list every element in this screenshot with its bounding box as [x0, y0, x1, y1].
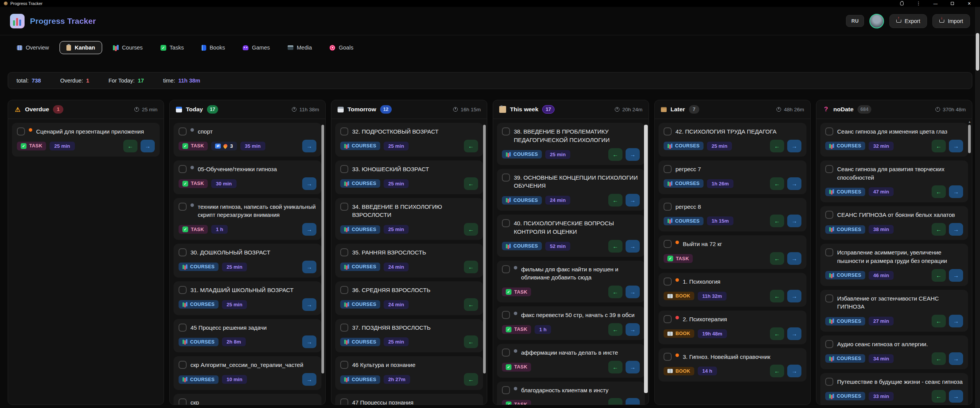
move-left-button[interactable]: ←	[608, 398, 622, 405]
task-card[interactable]: СЕАНС ГИПНОЗА от боязни белых халатов CO…	[820, 206, 968, 240]
move-left-button[interactable]: ←	[464, 177, 478, 190]
card-checkbox[interactable]	[502, 311, 510, 319]
move-right-button[interactable]: →	[302, 261, 316, 273]
move-right-button[interactable]: →	[626, 148, 640, 161]
column-scrollbar[interactable]	[483, 120, 486, 403]
tab-courses-books[interactable]: Courses	[106, 41, 150, 54]
card-checkbox[interactable]	[825, 165, 833, 173]
task-card[interactable]: 30. ДОШКОЛЬНЫЙ ВОЗРАСТ COURSES 25 min →	[174, 244, 321, 278]
move-left-button[interactable]: ←	[608, 240, 622, 253]
move-right-button[interactable]: →	[302, 140, 316, 152]
move-left-button[interactable]: ←	[770, 365, 784, 377]
column-scrollbar-thumb[interactable]	[483, 125, 486, 373]
task-card[interactable]: скр Алгоритм_сессии_по_терапии_частей CO…	[174, 356, 321, 390]
tab-overview[interactable]: Overview	[10, 41, 56, 54]
task-card[interactable]: 47 Процессы познания COURSES 2h 31m ←	[335, 394, 483, 405]
card-checkbox[interactable]	[502, 265, 510, 273]
card-checkbox[interactable]	[179, 286, 187, 294]
card-checkbox[interactable]	[664, 278, 672, 286]
task-card[interactable]: 34. ВВЕДЕНИЕ В ПСИХОЛОГИЮ ВЗРОСЛОСТИ COU…	[335, 198, 483, 240]
task-card[interactable]: 38. ВВЕДЕНИЕ В ПРОБЛЕМАТИКУ ПЕДАГОГИЧЕСК…	[497, 123, 645, 165]
card-checkbox[interactable]	[340, 127, 348, 135]
move-left-button[interactable]: ←	[464, 335, 478, 348]
card-checkbox[interactable]	[664, 353, 672, 361]
task-card[interactable]: Выйти на 72 кг TASK ←→	[659, 235, 806, 269]
move-right-button[interactable]: →	[787, 215, 801, 227]
move-right-button[interactable]: →	[626, 323, 640, 336]
card-checkbox[interactable]	[17, 127, 25, 135]
task-card[interactable]: регресс 8 COURSES 1h 15m ←→	[659, 198, 806, 232]
move-left-button[interactable]: ←	[770, 177, 784, 190]
move-left-button[interactable]: ←	[770, 327, 784, 340]
move-right-button[interactable]: →	[949, 185, 963, 198]
card-checkbox[interactable]	[825, 248, 833, 256]
move-right-button[interactable]: →	[141, 140, 155, 152]
move-left-button[interactable]: ←	[932, 315, 946, 327]
card-checkbox[interactable]	[664, 240, 672, 248]
card-checkbox[interactable]	[179, 165, 187, 173]
import-button[interactable]: Import	[932, 14, 970, 28]
move-right-button[interactable]: →	[787, 140, 801, 152]
task-card[interactable]: 39. ОСНОВНЫЕ КОНЦЕПЦИИ ПСИХОЛОГИИ ОБУЧЕН…	[497, 169, 645, 211]
card-checkbox[interactable]	[825, 211, 833, 219]
move-left-button[interactable]: ←	[770, 252, 784, 265]
move-right-button[interactable]: →	[787, 327, 801, 340]
card-checkbox[interactable]	[502, 127, 510, 135]
task-card[interactable]: Путешествие в будущие жизни - сеанс гипн…	[820, 373, 968, 405]
card-checkbox[interactable]	[340, 361, 348, 369]
task-card[interactable]: 35. РАННЯЯ ВЗРОСЛОСТЬ COURSES 24 min ←	[335, 244, 483, 278]
card-checkbox[interactable]	[825, 294, 833, 302]
move-right-button[interactable]: →	[787, 252, 801, 265]
task-card[interactable]: 40. ПСИХОЛОГИЧЕСКИЕ ВОПРОСЫ КОНТРОЛЯ И О…	[497, 215, 645, 257]
task-card[interactable]: 36. СРЕДНЯЯ ВЗРОСЛОСТЬ COURSES 24 min ←	[335, 281, 483, 315]
move-right-button[interactable]: →	[787, 365, 801, 377]
task-card[interactable]: Сценарий для презентации приложения TASK…	[12, 123, 160, 157]
card-checkbox[interactable]	[340, 165, 348, 173]
task-card[interactable]: благодарность клиентам в инсту TASK ←→	[497, 382, 645, 405]
task-card[interactable]: 45 Процесс решения задачи COURSES 2h 8m …	[174, 319, 321, 353]
task-card[interactable]: регресс 7 COURSES 1h 26m ←→	[659, 160, 806, 194]
task-card[interactable]: 37. ПОЗДНЯЯ ВЗРОСЛОСТЬ COURSES 25 min ←	[335, 319, 483, 353]
move-right-button[interactable]: →	[302, 335, 316, 348]
move-right-button[interactable]: →	[302, 373, 316, 386]
move-right-button[interactable]: →	[302, 298, 316, 311]
move-left-button[interactable]: ←	[608, 148, 622, 161]
move-left-button[interactable]: ←	[932, 140, 946, 152]
move-left-button[interactable]: ←	[608, 194, 622, 206]
move-left-button[interactable]: ←	[770, 215, 784, 227]
move-left-button[interactable]: ←	[123, 140, 137, 152]
task-card[interactable]: 05-Обучение/техники гипноза TASK 30 min …	[174, 160, 321, 194]
move-right-button[interactable]: →	[949, 269, 963, 282]
task-card[interactable]: 31. МЛАДШИЙ ШКОЛЬНЫЙ ВОЗРАСТ COURSES 25 …	[174, 281, 321, 315]
restore-button[interactable]	[944, 0, 961, 7]
scrollbar-up-arrow-icon[interactable]: ▲	[968, 120, 971, 124]
move-right-button[interactable]: →	[949, 223, 963, 236]
column-scrollbar-thumb[interactable]	[644, 125, 648, 393]
task-card[interactable]: скр Вариант_скрипта_к_избавлению_от_вред…	[174, 394, 321, 405]
move-right-button[interactable]: →	[626, 361, 640, 373]
task-card[interactable]: аффермации начать делать в инсте TASK ←→	[497, 344, 645, 378]
column-scrollbar[interactable]	[644, 120, 648, 403]
move-left-button[interactable]: ←	[932, 390, 946, 403]
card-checkbox[interactable]	[502, 219, 510, 227]
close-button[interactable]: ×	[961, 0, 978, 7]
move-right-button[interactable]: →	[626, 286, 640, 298]
card-checkbox[interactable]	[664, 315, 672, 323]
card-checkbox[interactable]	[179, 248, 187, 256]
card-checkbox[interactable]	[502, 386, 510, 394]
task-card[interactable]: 3. Гипноз. Новейший справочник BOOK 14 h…	[659, 348, 806, 382]
task-card[interactable]: Сеанс гипноза для изменения цвета глаз C…	[820, 123, 968, 157]
column-scrollbar-thumb[interactable]	[321, 125, 324, 373]
card-checkbox[interactable]	[825, 340, 833, 348]
move-left-button[interactable]: ←	[932, 352, 946, 365]
move-left-button[interactable]: ←	[464, 140, 478, 152]
card-checkbox[interactable]	[340, 286, 348, 294]
card-checkbox[interactable]	[502, 173, 510, 182]
tab-goals[interactable]: Goals	[323, 41, 360, 54]
card-checkbox[interactable]	[664, 203, 672, 211]
card-checkbox[interactable]	[340, 248, 348, 256]
card-checkbox[interactable]	[179, 127, 187, 135]
move-left-button[interactable]: ←	[770, 140, 784, 152]
task-card[interactable]: 2. Психотерапия BOOK 19h 48m ←→	[659, 311, 806, 344]
page-scrollbar-thumb[interactable]	[976, 33, 979, 71]
